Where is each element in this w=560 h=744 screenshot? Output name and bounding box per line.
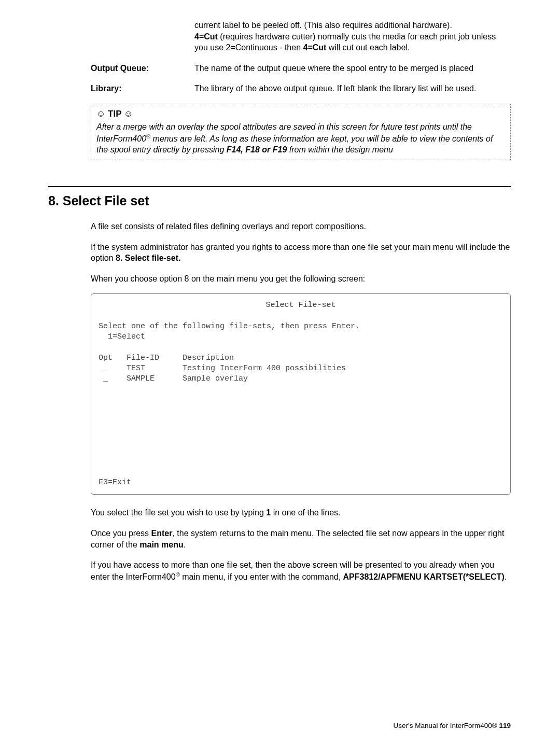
screen-opt-line: 1=Select: [99, 332, 145, 341]
after-p3-d: .: [505, 572, 507, 581]
screen-title: Select File-set: [99, 300, 503, 311]
tip-sup: ®: [146, 133, 150, 139]
tip-title: ☺ TIP ☺: [96, 108, 505, 120]
after-p2-a: Once you press: [91, 529, 151, 538]
tip-title-text: TIP: [108, 109, 121, 119]
footer-text: User's Manual for InterForm400®: [394, 722, 499, 729]
definition-continuation: current label to be peeled off. (This al…: [194, 20, 511, 53]
def-library: Library: The library of the above output…: [91, 83, 511, 94]
after-p3-c: APF3812/APFMENU KARTSET(*SELECT): [343, 572, 505, 581]
screen-header: Opt File-ID Description: [99, 354, 234, 362]
def-text-output-queue: The name of the output queue where the s…: [194, 63, 511, 74]
after-p1-c: in one of the lines.: [271, 508, 340, 517]
after-p3-b: main menu, if you enter with the command…: [180, 572, 343, 581]
cont-bold1: 4=Cut: [194, 32, 218, 41]
section-p2-b: 8. Select file-set.: [116, 254, 180, 262]
tip-body: After a merge with an overlay the spool …: [96, 121, 505, 156]
cont-line1: current label to be peeled off. (This al…: [194, 21, 452, 30]
footer-page: 119: [499, 722, 511, 729]
tip-box: ☺ TIP ☺ After a merge with an overlay th…: [91, 104, 511, 160]
after-p1: You select the file set you wish to use …: [91, 507, 511, 518]
section-p3: When you choose option 8 on the main men…: [91, 273, 511, 285]
screen-row1: _ TEST Testing InterForm 400 possibiliti…: [99, 364, 346, 373]
after-p2: Once you press Enter, the system returns…: [91, 528, 511, 550]
section-title: 8. Select File set: [48, 193, 511, 208]
screen-row2: _ SAMPLE Sample overlay: [99, 374, 248, 383]
after-p2-d: main menu: [139, 540, 183, 549]
after-p2-e: .: [184, 540, 186, 549]
screen-select-line: Select one of the following file-sets, t…: [99, 322, 360, 331]
page-footer: User's Manual for InterForm400® 119: [394, 722, 511, 729]
section-p1: A file set consists of related files def…: [91, 221, 511, 232]
after-p3: If you have access to more than one file…: [91, 559, 511, 583]
def-label-output-queue: Output Queue:: [91, 63, 194, 74]
screen-exit: F3=Exit: [99, 478, 131, 488]
tip-body-bold: F14, F18 or F19: [227, 145, 287, 154]
def-output-queue: Output Queue: The name of the output que…: [91, 63, 511, 74]
after-p1-b: 1: [266, 508, 271, 517]
section-p2: If the system administrator has granted …: [91, 242, 511, 264]
tip-body-3: from within the design menu: [287, 145, 393, 154]
def-label-library: Library:: [91, 83, 194, 94]
tip-smile-right-icon: ☺: [121, 109, 133, 119]
after-p2-b: Enter: [151, 529, 173, 538]
cont-bold2: 4=Cut: [303, 43, 326, 52]
cont-tail: will cut out each label.: [326, 43, 410, 52]
after-p3-sup: ®: [176, 571, 180, 578]
tip-smile-left-icon: ☺: [96, 109, 108, 119]
def-text-library: The library of the above output queue. I…: [194, 83, 511, 94]
terminal-screen: Select File-set Select one of the follow…: [91, 293, 511, 495]
section-divider: [48, 186, 511, 187]
after-p1-a: You select the file set you wish to use …: [91, 508, 266, 517]
